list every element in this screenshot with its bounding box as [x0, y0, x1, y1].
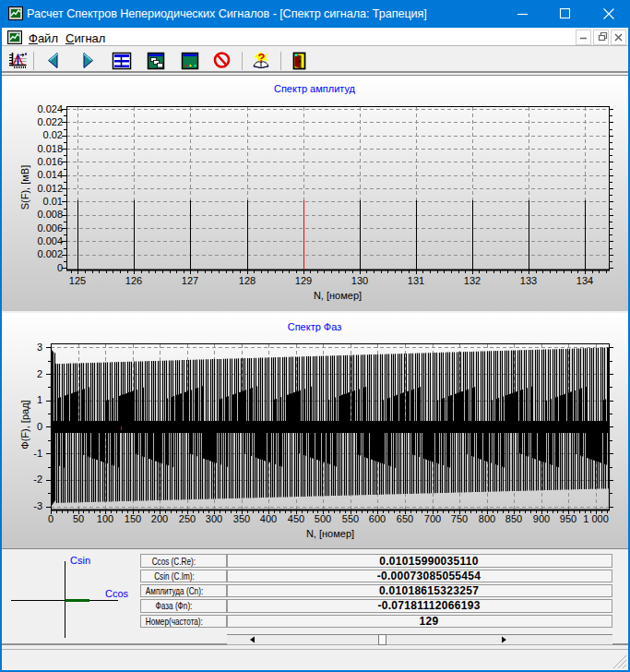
- svg-text:0.014: 0.014: [37, 169, 63, 180]
- svg-text:250: 250: [179, 513, 196, 524]
- svg-text:950: 950: [560, 513, 577, 524]
- svg-text:0.024: 0.024: [37, 103, 63, 114]
- svg-text:129: 129: [295, 275, 312, 286]
- svg-text:200: 200: [151, 513, 168, 524]
- svg-text:134: 134: [577, 275, 593, 286]
- svg-text:300: 300: [206, 513, 222, 524]
- svg-text:0.012: 0.012: [37, 183, 63, 194]
- svg-text:-3: -3: [33, 500, 42, 511]
- svg-text:700: 700: [424, 513, 441, 524]
- svg-text:Ф(F), [рад]: Ф(F), [рад]: [19, 400, 30, 449]
- svg-text:100: 100: [97, 513, 113, 524]
- svg-text:1 000: 1 000: [583, 513, 609, 524]
- svg-text:-2: -2: [33, 474, 42, 485]
- svg-text:400: 400: [260, 513, 277, 524]
- svg-text:1: 1: [37, 394, 42, 405]
- svg-text:126: 126: [125, 275, 142, 286]
- svg-text:550: 550: [342, 513, 359, 524]
- svg-text:450: 450: [288, 513, 304, 524]
- svg-text:0.018: 0.018: [37, 143, 63, 154]
- svg-text:128: 128: [239, 275, 256, 286]
- svg-text:350: 350: [233, 513, 250, 524]
- svg-text:3: 3: [37, 342, 42, 353]
- svg-text:0.01: 0.01: [43, 196, 63, 207]
- svg-text:Спектр Фаз: Спектр Фаз: [288, 321, 342, 332]
- svg-text:133: 133: [520, 275, 537, 286]
- svg-text:125: 125: [69, 275, 86, 286]
- svg-text:0.02: 0.02: [43, 129, 63, 140]
- svg-text:0.006: 0.006: [37, 222, 63, 234]
- svg-text:850: 850: [505, 513, 522, 524]
- svg-text:127: 127: [182, 275, 198, 286]
- svg-text:Csin: Csin: [70, 555, 90, 566]
- svg-text:S(F), [мВ]: S(F), [мВ]: [19, 165, 30, 210]
- svg-text:0.022: 0.022: [37, 116, 63, 127]
- svg-text:0.008: 0.008: [37, 209, 63, 220]
- svg-text:0: 0: [37, 421, 42, 432]
- svg-text:131: 131: [408, 275, 424, 286]
- svg-text:0.016: 0.016: [37, 156, 63, 167]
- svg-text:0.002: 0.002: [37, 248, 63, 259]
- svg-text:650: 650: [397, 513, 413, 524]
- svg-text:50: 50: [73, 513, 84, 524]
- svg-text:2: 2: [37, 368, 42, 379]
- svg-text:900: 900: [533, 513, 550, 524]
- svg-text:132: 132: [464, 275, 481, 286]
- svg-text:600: 600: [369, 513, 386, 524]
- svg-text:130: 130: [351, 275, 368, 286]
- svg-text:Спектр амплитуд: Спектр амплитуд: [274, 83, 356, 94]
- svg-text:Ccos: Ccos: [105, 588, 129, 599]
- svg-text:150: 150: [125, 513, 141, 524]
- svg-text:N, [номер]: N, [номер]: [314, 290, 362, 301]
- svg-text:800: 800: [479, 513, 495, 524]
- svg-text:0: 0: [48, 513, 53, 524]
- svg-text:N, [номер]: N, [номер]: [306, 528, 354, 539]
- svg-text:750: 750: [451, 513, 468, 524]
- svg-text:0: 0: [57, 262, 63, 273]
- svg-text:500: 500: [315, 513, 331, 524]
- svg-text:0.004: 0.004: [37, 235, 63, 246]
- svg-text:-1: -1: [33, 448, 42, 459]
